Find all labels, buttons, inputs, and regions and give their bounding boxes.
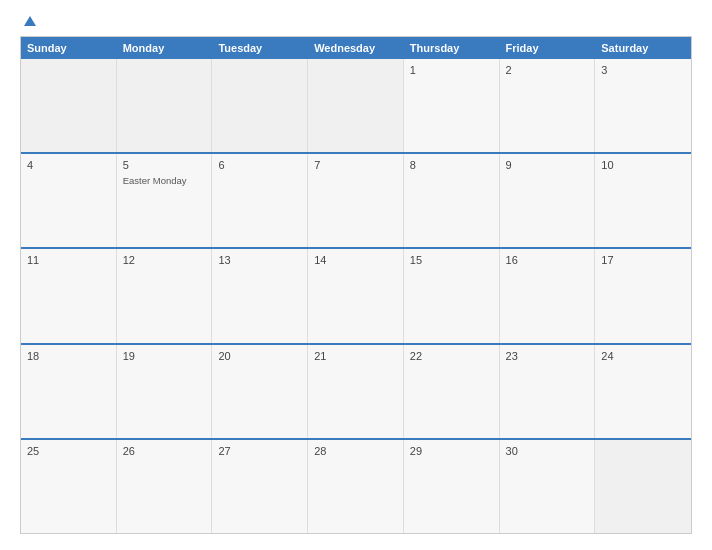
day-number: 29: [410, 445, 493, 457]
day-cell: 15: [404, 249, 500, 342]
day-cell: 25: [21, 440, 117, 533]
day-header-sunday: Sunday: [21, 37, 117, 59]
day-cell: 27: [212, 440, 308, 533]
header: [20, 16, 692, 26]
day-cell: 5Easter Monday: [117, 154, 213, 247]
day-header-tuesday: Tuesday: [212, 37, 308, 59]
day-cell: 6: [212, 154, 308, 247]
day-number: 19: [123, 350, 206, 362]
day-header-friday: Friday: [500, 37, 596, 59]
day-number: 25: [27, 445, 110, 457]
day-cell: 30: [500, 440, 596, 533]
week-5: 252627282930: [21, 438, 691, 533]
day-number: 21: [314, 350, 397, 362]
day-number: 16: [506, 254, 589, 266]
page: SundayMondayTuesdayWednesdayThursdayFrid…: [0, 0, 712, 550]
weeks-container: 12345Easter Monday6789101112131415161718…: [21, 59, 691, 533]
day-cell: [212, 59, 308, 152]
week-1: 123: [21, 59, 691, 152]
day-cell: 1: [404, 59, 500, 152]
day-event: Easter Monday: [123, 175, 206, 187]
day-cell: 23: [500, 345, 596, 438]
day-cell: 13: [212, 249, 308, 342]
day-header-thursday: Thursday: [404, 37, 500, 59]
day-cell: [117, 59, 213, 152]
day-cell: 22: [404, 345, 500, 438]
day-number: 6: [218, 159, 301, 171]
day-number: 27: [218, 445, 301, 457]
day-headers-row: SundayMondayTuesdayWednesdayThursdayFrid…: [21, 37, 691, 59]
day-cell: 17: [595, 249, 691, 342]
week-4: 18192021222324: [21, 343, 691, 438]
day-cell: 14: [308, 249, 404, 342]
day-number: 12: [123, 254, 206, 266]
day-number: 24: [601, 350, 685, 362]
day-number: 1: [410, 64, 493, 76]
day-number: 10: [601, 159, 685, 171]
day-number: 2: [506, 64, 589, 76]
day-number: 3: [601, 64, 685, 76]
day-header-saturday: Saturday: [595, 37, 691, 59]
day-cell: 2: [500, 59, 596, 152]
day-cell: 16: [500, 249, 596, 342]
day-cell: [595, 440, 691, 533]
day-number: 5: [123, 159, 206, 171]
day-cell: 26: [117, 440, 213, 533]
day-number: 18: [27, 350, 110, 362]
day-cell: 11: [21, 249, 117, 342]
day-number: 7: [314, 159, 397, 171]
day-cell: 12: [117, 249, 213, 342]
calendar: SundayMondayTuesdayWednesdayThursdayFrid…: [20, 36, 692, 534]
day-cell: 9: [500, 154, 596, 247]
logo-blue-text: [20, 16, 36, 26]
day-number: 17: [601, 254, 685, 266]
day-cell: 10: [595, 154, 691, 247]
day-cell: 18: [21, 345, 117, 438]
day-number: 23: [506, 350, 589, 362]
day-cell: 4: [21, 154, 117, 247]
day-cell: 29: [404, 440, 500, 533]
day-cell: 19: [117, 345, 213, 438]
week-2: 45Easter Monday678910: [21, 152, 691, 247]
day-number: 9: [506, 159, 589, 171]
day-header-monday: Monday: [117, 37, 213, 59]
day-number: 15: [410, 254, 493, 266]
day-cell: 20: [212, 345, 308, 438]
day-cell: 3: [595, 59, 691, 152]
day-cell: 7: [308, 154, 404, 247]
day-cell: [308, 59, 404, 152]
day-number: 30: [506, 445, 589, 457]
day-header-wednesday: Wednesday: [308, 37, 404, 59]
day-number: 28: [314, 445, 397, 457]
day-cell: 8: [404, 154, 500, 247]
day-cell: [21, 59, 117, 152]
day-number: 22: [410, 350, 493, 362]
day-number: 4: [27, 159, 110, 171]
week-3: 11121314151617: [21, 247, 691, 342]
day-number: 20: [218, 350, 301, 362]
day-number: 26: [123, 445, 206, 457]
day-cell: 24: [595, 345, 691, 438]
day-number: 11: [27, 254, 110, 266]
day-number: 14: [314, 254, 397, 266]
logo: [20, 16, 36, 26]
logo-triangle-icon: [24, 16, 36, 26]
day-cell: 28: [308, 440, 404, 533]
day-cell: 21: [308, 345, 404, 438]
day-number: 8: [410, 159, 493, 171]
day-number: 13: [218, 254, 301, 266]
